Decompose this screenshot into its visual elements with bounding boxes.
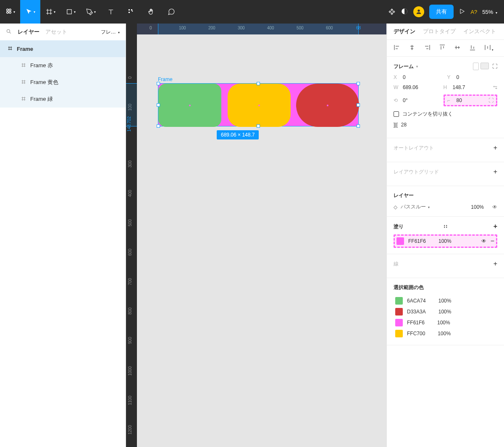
gap-input[interactable]: 28 (401, 122, 407, 128)
present-button[interactable] (459, 8, 465, 16)
h-input[interactable]: 148.7 (453, 84, 465, 90)
frame-icon (8, 46, 13, 52)
fill-swatch[interactable] (396, 237, 404, 245)
text-tool-button[interactable] (101, 0, 121, 24)
opacity-input[interactable]: 100% (471, 204, 484, 210)
w-input[interactable]: 689.06 (403, 84, 418, 90)
selected-frame[interactable] (158, 83, 359, 126)
svg-rect-3 (9, 11, 11, 13)
shape-yellow[interactable] (228, 84, 291, 127)
resize-handle[interactable] (157, 82, 160, 85)
stroke-section: 線+ (387, 254, 504, 278)
page-selector[interactable]: フレ… ▾ (101, 29, 120, 36)
portrait-button[interactable] (473, 63, 479, 70)
selection-color-row[interactable]: FFC700 100% (394, 328, 497, 339)
assets-tab[interactable]: アセット (45, 28, 67, 36)
share-button[interactable]: 共有 (429, 5, 454, 19)
landscape-button[interactable] (480, 63, 489, 69)
canvas[interactable]: Frame 689.06 × 148.7 (137, 34, 386, 447)
color-swatch[interactable] (395, 297, 403, 305)
selection-color-row[interactable]: D33A3A 100% (394, 306, 497, 317)
svg-point-9 (418, 10, 420, 12)
rotation-input[interactable]: 0° (403, 97, 407, 103)
move-tool-button[interactable]: ▾ (20, 0, 40, 24)
comment-tool-button[interactable] (161, 0, 181, 24)
canvas-area: 0 100 200 300 400 500 600 68 0 100 300 4… (126, 24, 386, 447)
visibility-icon[interactable]: 👁 (492, 204, 497, 210)
layers-panel: レイヤー アセット フレ… ▾ Frame Frame 赤 Frame 黄色 (0, 24, 126, 447)
layer-row-child[interactable]: Frame 黄色 (0, 74, 126, 91)
remove-fill-button[interactable]: − (491, 237, 494, 245)
missing-fonts-button[interactable]: A? (470, 9, 477, 15)
fill-hex-input[interactable]: FF61F6 (408, 238, 426, 244)
tab-design[interactable]: デザイン (394, 28, 415, 35)
shape-tool-button[interactable]: ▾ (60, 0, 81, 24)
user-avatar[interactable] (413, 6, 424, 17)
layer-label: Frame 黄色 (30, 79, 58, 86)
resize-handle[interactable] (357, 103, 360, 107)
align-top-icon[interactable] (439, 44, 446, 52)
resize-handle[interactable] (257, 82, 260, 85)
horizontal-ruler: 0 100 200 300 400 500 600 68 (137, 24, 386, 34)
tab-inspect[interactable]: インスペクト (463, 28, 496, 35)
fill-styles-icon[interactable]: ∷ (444, 224, 448, 229)
add-stroke-button[interactable]: + (494, 260, 497, 268)
top-toolbar: ▾ ▾ ▾ ▾ ▾ (0, 0, 504, 24)
ruler-corner (126, 24, 137, 34)
fill-visibility-icon[interactable]: 👁 (481, 238, 486, 244)
color-swatch[interactable] (395, 330, 403, 337)
color-swatch[interactable] (395, 308, 403, 316)
shape-red[interactable] (296, 84, 359, 127)
distribute-icon[interactable]: ▾ (484, 44, 494, 52)
blend-mode-dropdown[interactable]: パススルー ▾ (401, 203, 430, 210)
add-layout-grid-button[interactable]: + (494, 168, 497, 176)
gap-icon: ]|[ (394, 122, 398, 128)
align-center-h-icon[interactable] (409, 44, 415, 52)
layer-row-child[interactable]: Frame 緑 (0, 91, 126, 108)
zoom-dropdown[interactable]: 55% ▾ (482, 9, 497, 15)
layer-row-frame[interactable]: Frame (0, 40, 126, 57)
svg-rect-5 (129, 9, 130, 11)
figma-menu-button[interactable]: ▾ (0, 0, 20, 24)
radius-input[interactable]: 80 (457, 97, 462, 103)
fill-opacity-input[interactable]: 100% (438, 238, 452, 244)
add-auto-layout-button[interactable]: + (494, 144, 497, 152)
constrain-icon[interactable]: ⥃ (493, 84, 497, 90)
shape-green[interactable] (158, 84, 221, 127)
ruler-selection-v (126, 83, 137, 126)
layers-tab[interactable]: レイヤー (18, 28, 39, 36)
svg-rect-4 (67, 10, 72, 14)
hand-tool-button[interactable] (141, 0, 161, 24)
clip-content-checkbox[interactable] (394, 111, 399, 117)
resize-handle[interactable] (357, 82, 360, 85)
resize-handle[interactable] (357, 124, 360, 128)
add-fill-button[interactable]: + (494, 223, 497, 230)
resources-button[interactable] (121, 0, 141, 24)
align-bottom-icon[interactable] (469, 44, 476, 52)
frame-label[interactable]: Frame (158, 76, 173, 82)
selection-color-row[interactable]: FF61F6 100% (394, 317, 497, 328)
align-center-v-icon[interactable] (454, 44, 461, 52)
search-icon[interactable] (6, 29, 12, 36)
resize-handle[interactable] (157, 103, 160, 107)
contrast-icon[interactable] (401, 8, 408, 16)
independent-corners-icon[interactable]: ⛶ (488, 97, 494, 103)
pen-tool-button[interactable]: ▾ (81, 0, 101, 24)
frame-tool-button[interactable]: ▾ (40, 0, 60, 24)
resize-handle[interactable] (157, 124, 160, 128)
plugins-icon[interactable] (388, 0, 396, 24)
resize-handle[interactable] (257, 124, 260, 128)
selection-color-row[interactable]: 6ACA74 100% (394, 295, 497, 306)
svg-point-2 (7, 11, 9, 13)
layer-row-child[interactable]: Frame 赤 (0, 57, 126, 74)
align-left-icon[interactable] (394, 44, 400, 52)
fill-row-highlighted: FF61F6 100% 👁 − (394, 234, 497, 248)
tab-prototype[interactable]: プロトタイプ (423, 28, 456, 35)
svg-point-10 (7, 29, 10, 32)
x-input[interactable]: 0 (403, 74, 406, 80)
align-right-icon[interactable] (424, 44, 430, 52)
y-input[interactable]: 0 (457, 74, 459, 80)
svg-rect-6 (131, 9, 132, 11)
color-swatch[interactable] (395, 319, 403, 326)
resize-to-fit-icon[interactable]: ⛶ (492, 63, 497, 69)
